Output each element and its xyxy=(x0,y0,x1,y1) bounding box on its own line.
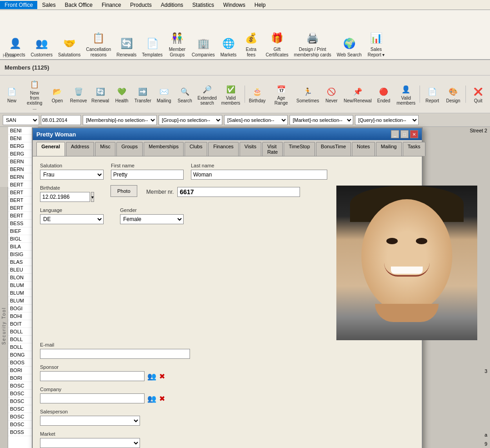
menu-sales[interactable]: Sales xyxy=(37,1,60,9)
tab-timestop[interactable]: TimeStop xyxy=(284,142,315,156)
toolbar-companies[interactable]: 🏢 Companies xyxy=(190,34,217,59)
toolbar-extra-fees[interactable]: 💰 Extrafees xyxy=(240,29,262,59)
member-nr-input[interactable] xyxy=(177,187,300,197)
menu-bar: Front Office Sales Back Office Finance P… xyxy=(0,0,490,10)
btn-open[interactable]: 📂 Open xyxy=(47,84,67,105)
btn-remove[interactable]: 🗑️ Remove xyxy=(68,84,89,105)
btn-extended-search[interactable]: 🔎 Extendedsearch xyxy=(196,81,219,107)
tab-address[interactable]: Address xyxy=(66,142,94,156)
firstname-label: First name xyxy=(111,163,184,168)
toolbar-member-groups[interactable]: 👫 MemberGroups xyxy=(166,29,189,59)
tab-misc[interactable]: Misc xyxy=(95,142,115,156)
btn-health[interactable]: 💚 Health xyxy=(112,84,132,105)
group-filter[interactable]: [Group]-no selection-- xyxy=(159,115,222,125)
btn-search[interactable]: 🔍 Search xyxy=(175,84,195,105)
web-search-icon: 🌍 xyxy=(341,35,357,52)
date-filter[interactable] xyxy=(41,115,81,125)
toolbar-templates[interactable]: 📄 Templates xyxy=(140,34,165,59)
menu-front-office[interactable]: Front Office xyxy=(0,1,37,9)
salutations-icon: 🤝 xyxy=(61,35,78,52)
tab-mailing[interactable]: Mailing xyxy=(376,142,402,156)
btn-design[interactable]: 🎨 Design xyxy=(443,84,463,105)
sponsor-row: Sponsor 👥 ✖ xyxy=(40,364,415,381)
btn-mailing[interactable]: ✉️ Mailing xyxy=(154,84,174,105)
btn-birthday[interactable]: 🎂 Birthday xyxy=(247,84,268,105)
market-filter[interactable]: [Market]-no selection-- xyxy=(290,115,353,125)
right-number3: 9 xyxy=(485,441,487,447)
salutation-select[interactable]: Frau xyxy=(40,170,104,180)
menu-additions[interactable]: Additions xyxy=(156,1,188,9)
filter-bar: SAN [Membership]-no selection-- [Group]-… xyxy=(0,113,490,127)
market-select[interactable] xyxy=(40,438,140,448)
maximize-button[interactable]: □ xyxy=(400,130,409,138)
toolbar-renewals[interactable]: 🔄 Renewals xyxy=(114,34,139,59)
firstname-input[interactable] xyxy=(111,170,184,180)
company-input[interactable] xyxy=(40,393,145,403)
btn-age-range[interactable]: 📅 Age Range xyxy=(268,81,294,107)
menu-back-office[interactable]: Back Office xyxy=(60,1,97,9)
toolbar-cancellation[interactable]: 📋 Cancellationreasons xyxy=(84,29,113,59)
birthday-icon: 🎂 xyxy=(251,86,264,98)
member-groups-icon: 👫 xyxy=(169,30,185,46)
email-label: E-mail xyxy=(40,342,190,347)
btn-new[interactable]: 📄 New xyxy=(2,84,22,105)
btn-valid-members2[interactable]: 👤 Validmembers xyxy=(395,81,417,107)
toolbar-web-search[interactable]: 🌍 Web Search xyxy=(335,34,364,59)
toolbar-design-print[interactable]: 🖨️ Design / Printmembership cards xyxy=(291,29,333,59)
btn-new-renewal[interactable]: 📌 New/Renewal xyxy=(342,84,373,105)
toolbar-markets[interactable]: 🌐 Markets xyxy=(218,34,239,59)
tab-memberships[interactable]: Memberships xyxy=(144,142,184,156)
side-panel-label: Security Tool xyxy=(1,307,6,345)
birthdate-input[interactable] xyxy=(40,192,90,202)
menu-products[interactable]: Products xyxy=(125,1,156,9)
sponsor-input[interactable] xyxy=(40,371,145,381)
minimize-button[interactable]: _ xyxy=(391,130,399,138)
close-button[interactable]: ✕ xyxy=(410,130,418,138)
btn-new-from-existing[interactable]: 📋 New fromexisting ... xyxy=(23,76,46,112)
email-input[interactable] xyxy=(40,349,190,359)
company-search-icon[interactable]: 👥 xyxy=(147,394,156,403)
company-clear-icon[interactable]: ✖ xyxy=(159,394,165,403)
toolbar-salutations[interactable]: 🤝 Salutations xyxy=(56,34,83,59)
menu-statistics[interactable]: Statistics xyxy=(188,1,219,9)
toolbar-gift-cert[interactable]: 🎁 GiftCertificates xyxy=(263,29,290,59)
photo-button[interactable]: Photo xyxy=(110,185,137,197)
toolbar-sales-report[interactable]: 📊 SalesReport ▾ xyxy=(365,29,388,59)
tab-general[interactable]: General xyxy=(36,142,65,156)
btn-quit[interactable]: ❌ Quit xyxy=(468,84,488,105)
membership-filter[interactable]: [Membership]-no selection-- xyxy=(83,115,157,125)
menu-windows[interactable]: Windows xyxy=(219,1,250,9)
right-number2: 3 xyxy=(485,368,487,374)
lastname-input[interactable] xyxy=(191,170,327,180)
tab-tasks[interactable]: Tasks xyxy=(403,142,425,156)
gender-select[interactable]: Female xyxy=(120,214,184,224)
tab-visits[interactable]: Visits xyxy=(240,142,261,156)
menu-finance[interactable]: Finance xyxy=(97,1,126,9)
tab-clubs[interactable]: Clubs xyxy=(185,142,207,156)
btn-renewal[interactable]: 🔄 Renewal xyxy=(90,84,111,105)
sales-filter[interactable]: [Sales]-no selection-- xyxy=(224,115,288,125)
btn-transfer[interactable]: ➡️ Transfer xyxy=(133,84,153,105)
btn-valid-members[interactable]: ✅ Validmembers xyxy=(220,81,242,107)
btn-report[interactable]: 📄 Report xyxy=(422,84,442,105)
btn-ended[interactable]: 🔴 Ended xyxy=(374,84,394,105)
menu-help[interactable]: Help xyxy=(250,1,270,9)
tab-groups[interactable]: Groups xyxy=(116,142,143,156)
language-select[interactable]: DE xyxy=(40,214,104,224)
tab-visit-rate[interactable]: Visit Rate xyxy=(262,142,283,156)
btn-never[interactable]: 🚫 Never xyxy=(321,84,341,105)
salesperson-select[interactable] xyxy=(40,416,140,426)
birthdate-dropdown[interactable]: ▾ xyxy=(91,192,94,202)
btn-sometimes[interactable]: 🏃 Sometimes xyxy=(295,84,321,105)
query-filter[interactable]: [Query]-no selection-- xyxy=(355,115,419,125)
san-filter[interactable]: SAN xyxy=(3,115,39,125)
tab-bonustime[interactable]: BonusTime xyxy=(316,142,351,156)
sponsor-search-icon[interactable]: 👥 xyxy=(147,372,156,381)
sponsor-clear-icon[interactable]: ✖ xyxy=(159,372,165,381)
templates-icon: 📄 xyxy=(144,35,160,52)
tab-finances[interactable]: Finances xyxy=(208,142,239,156)
members-title-bar: Members (1125) xyxy=(0,60,490,76)
tab-notes[interactable]: Notes xyxy=(352,142,375,156)
dialog-titlebar[interactable]: Pretty Woman _ □ ✕ xyxy=(33,128,422,140)
toolbar-customers[interactable]: 👥 Customers xyxy=(28,34,55,59)
